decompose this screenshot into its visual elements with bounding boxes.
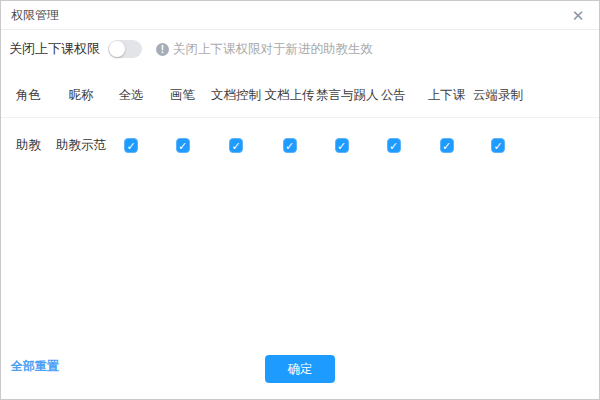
table-header-row: 角色 昵称 全选 画笔 文档控制 文档上传 禁言与踢人 公告 上下课 云端录制 xyxy=(1,76,599,118)
toggle-hint: ! 关闭上下课权限对于新进的助教生效 xyxy=(156,41,373,58)
role-cell: 助教 xyxy=(1,137,56,154)
check-icon: ✓ xyxy=(388,139,400,152)
check-icon: ✓ xyxy=(177,139,189,152)
checkbox-announcement[interactable]: ✓ xyxy=(387,138,401,153)
checkbox-mute-kick[interactable]: ✓ xyxy=(335,138,349,153)
check-icon: ✓ xyxy=(284,139,296,152)
checkbox-doc-control[interactable]: ✓ xyxy=(229,138,243,153)
check-icon: ✓ xyxy=(125,139,137,152)
column-header-doc-upload: 文档上传 xyxy=(263,87,316,104)
column-header-nickname: 昵称 xyxy=(56,87,106,104)
checkbox-class-onoff[interactable]: ✓ xyxy=(440,138,454,153)
column-header-announcement: 公告 xyxy=(367,87,420,104)
checkbox-doc-upload[interactable]: ✓ xyxy=(283,138,297,153)
info-icon: ! xyxy=(156,43,169,56)
check-icon: ✓ xyxy=(336,139,348,152)
reset-all-link[interactable]: 全部重置 xyxy=(11,358,59,375)
checkbox-brush[interactable]: ✓ xyxy=(176,138,190,153)
column-header-cloud-record: 云端录制 xyxy=(473,87,523,104)
nickname-cell: 助教示范 xyxy=(56,137,106,154)
dialog-title: 权限管理 xyxy=(11,8,59,22)
class-permission-toggle[interactable] xyxy=(108,40,142,58)
check-icon: ✓ xyxy=(441,139,453,152)
checkbox-cloud-record[interactable]: ✓ xyxy=(491,138,505,153)
toggle-hint-text: 关闭上下课权限对于新进的助教生效 xyxy=(173,41,373,58)
check-icon: ✓ xyxy=(230,139,242,152)
close-icon[interactable]: ✕ xyxy=(567,5,589,27)
toggle-row: 关闭上下课权限 ! 关闭上下课权限对于新进的助教生效 xyxy=(1,32,599,66)
toggle-knob xyxy=(109,41,125,57)
permission-dialog: 权限管理 ✕ 关闭上下课权限 ! 关闭上下课权限对于新进的助教生效 角色 昵称 … xyxy=(0,0,600,400)
column-header-mute-kick: 禁言与踢人 xyxy=(316,87,367,104)
column-header-role: 角色 xyxy=(1,87,56,104)
check-icon: ✓ xyxy=(492,139,504,152)
confirm-button[interactable]: 确定 xyxy=(265,355,335,383)
toggle-label: 关闭上下课权限 xyxy=(9,40,100,58)
column-header-class-onoff: 上下课 xyxy=(420,87,473,104)
table-row: 助教 助教示范 ✓ ✓ ✓ ✓ ✓ ✓ ✓ ✓ xyxy=(1,118,599,173)
checkbox-select-all[interactable]: ✓ xyxy=(124,138,138,153)
dialog-titlebar: 权限管理 ✕ xyxy=(1,1,599,30)
column-header-select-all: 全选 xyxy=(106,87,156,104)
column-header-doc-control: 文档控制 xyxy=(209,87,263,104)
column-header-brush: 画笔 xyxy=(156,87,209,104)
permission-table: 角色 昵称 全选 画笔 文档控制 文档上传 禁言与踢人 公告 上下课 云端录制 … xyxy=(1,76,599,173)
